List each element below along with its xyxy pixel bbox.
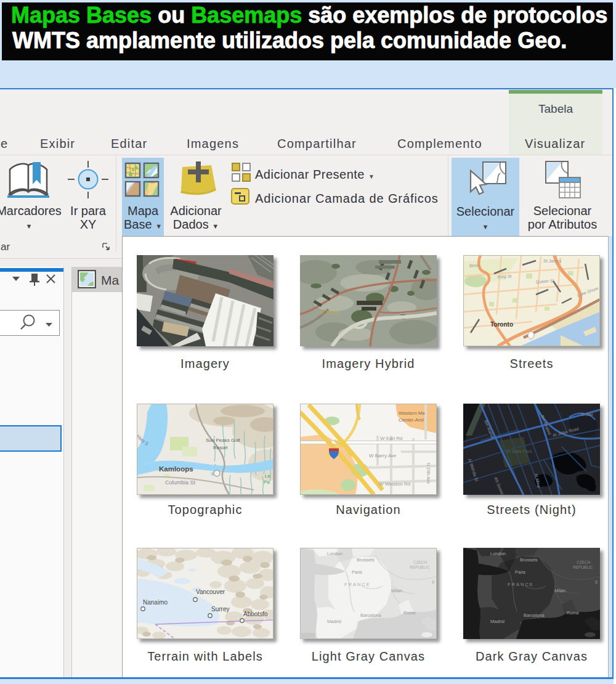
svg-text:Al Safa Park: Al Safa Park (506, 449, 532, 454)
svg-text:CZECH: CZECH (413, 560, 428, 564)
svg-text:Barcelona: Barcelona (360, 613, 382, 618)
svg-text:St James: St James (543, 259, 562, 263)
svg-text:W Winston Rd: W Winston Rd (379, 481, 410, 487)
svg-text:Dubai: Dubai (582, 412, 593, 417)
svg-text:Paris: Paris (515, 569, 525, 575)
svg-text:Resort: Resort (213, 445, 228, 450)
svg-text:Rome: Rome (403, 610, 416, 616)
svg-text:Paris: Paris (352, 569, 362, 575)
svg-text:B: B (432, 580, 434, 584)
svg-text:W Barry Ave: W Barry Ave (369, 453, 397, 458)
svg-text:Milan: Milan (554, 588, 565, 593)
svg-text:Western Me: Western Me (399, 410, 426, 416)
svg-text:Milan: Milan (391, 588, 402, 593)
svg-text:Brussels: Brussels (357, 557, 375, 563)
svg-text:Rome: Rome (567, 610, 579, 616)
svg-text:W Earl Rd: W Earl Rd (380, 436, 402, 441)
svg-text:Columbia St: Columbia St (165, 479, 196, 486)
svg-text:K. Cres: K. Cres (320, 309, 339, 316)
svg-text:Madrid: Madrid (327, 619, 341, 624)
svg-text:FRANCE: FRANCE (344, 582, 371, 587)
svg-text:Pa: Pa (264, 479, 270, 485)
svg-text:Madrid: Madrid (490, 619, 505, 624)
svg-text:B: B (595, 580, 598, 584)
svg-text:Bloor: Bloor (469, 263, 480, 268)
svg-text:Barcelona: Barcelona (524, 613, 545, 618)
svg-text:Vancouver: Vancouver (196, 588, 225, 595)
svg-text:London: London (490, 551, 506, 556)
svg-text:N 19th Ave: N 19th Ave (426, 463, 431, 484)
svg-text:Center-Arel: Center-Arel (399, 417, 424, 423)
svg-text:Nanaimo: Nanaimo (143, 599, 168, 606)
svg-text:Le: Le (265, 473, 270, 479)
svg-text:REPUBLIC: REPUBLIC (410, 565, 430, 569)
svg-text:London: London (327, 551, 342, 556)
svg-text:REPUBLIC: REPUBLIC (573, 565, 593, 569)
svg-text:CZECH: CZECH (577, 560, 591, 564)
svg-text:Sun Peaks Golf: Sun Peaks Golf (206, 438, 240, 443)
svg-text:Brussels: Brussels (520, 557, 538, 563)
svg-text:FRANCE: FRANCE (508, 582, 534, 587)
svg-text:Kamloops: Kamloops (159, 465, 193, 473)
svg-text:Abbotsfo: Abbotsfo (243, 611, 268, 617)
svg-text:Surrey: Surrey (211, 606, 229, 613)
svg-text:Toronto: Toronto (490, 321, 513, 328)
